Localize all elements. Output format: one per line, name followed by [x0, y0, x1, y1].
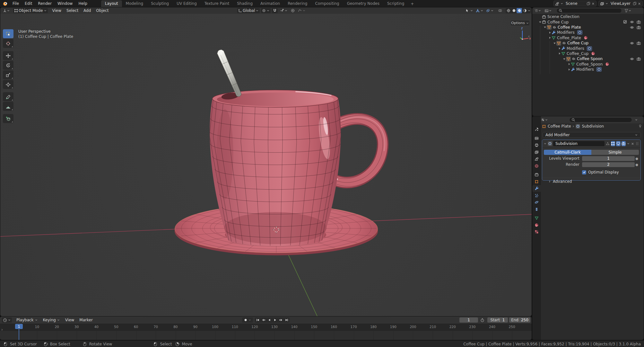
tool-select-box[interactable]: [3, 29, 13, 38]
playhead-marker[interactable]: 1: [15, 324, 23, 329]
breadcrumb-object[interactable]: Coffee Plate: [548, 124, 571, 129]
timeline-menu-playback[interactable]: Playback: [14, 318, 40, 322]
copy-icon[interactable]: [587, 2, 590, 5]
tool-move[interactable]: [3, 51, 13, 60]
properties-tab-scene[interactable]: [532, 156, 541, 162]
outliner-row[interactable]: Coffee Spoon: [532, 56, 644, 61]
properties-tab-object-data[interactable]: [532, 215, 541, 221]
chevron-down-icon[interactable]: [627, 142, 630, 145]
outliner-item-label[interactable]: Coffee Cup: [547, 20, 569, 24]
chevron-down-icon[interactable]: [527, 9, 531, 12]
falloff-dropdown[interactable]: [297, 8, 307, 13]
editor-type-outliner-icon[interactable]: [534, 9, 538, 13]
outliner-row[interactable]: Coffee Cup: [532, 40, 644, 46]
tab-scripting[interactable]: Scripting: [383, 0, 408, 7]
disclosure-down-icon[interactable]: [553, 41, 556, 45]
material-badge-icon[interactable]: [591, 51, 595, 56]
camera-visibility-icon[interactable]: [637, 25, 641, 30]
eye-icon[interactable]: [630, 41, 634, 45]
snap-with-dropdown[interactable]: [279, 8, 289, 13]
gizmos-toggle[interactable]: [475, 8, 484, 13]
close-icon[interactable]: [638, 2, 641, 5]
breadcrumb-modifier[interactable]: Subdivision: [582, 124, 604, 129]
properties-tab-view-layer[interactable]: [532, 149, 541, 156]
exclude-checkbox[interactable]: [623, 20, 627, 24]
modifier-badge-icon[interactable]: [587, 46, 592, 51]
xray-toggle[interactable]: [497, 8, 503, 13]
field-value[interactable]: 1: [582, 156, 635, 161]
viewlayer-selector[interactable]: ViewLayer: [598, 1, 643, 6]
oncage-toggle[interactable]: [611, 141, 615, 146]
viewport-menu-view[interactable]: View: [50, 8, 64, 13]
close-icon[interactable]: [631, 142, 634, 146]
properties-tab-tool[interactable]: [532, 126, 541, 133]
tab-geometry-nodes[interactable]: Geometry Nodes: [343, 0, 383, 7]
timeline-menu-keying[interactable]: Keying: [40, 318, 63, 322]
outliner-row[interactable]: Modifiers: [532, 46, 644, 51]
copy-icon[interactable]: [633, 2, 637, 5]
next-keyframe-button[interactable]: [278, 317, 284, 323]
camera-visibility-icon[interactable]: [637, 41, 641, 45]
advanced-section[interactable]: Advanced: [542, 178, 640, 185]
playhead-line[interactable]: [19, 329, 19, 340]
outliner-item-label[interactable]: Coffee Plate: [558, 25, 581, 30]
disclosure-right-icon[interactable]: [548, 36, 552, 40]
visibility-dropdown[interactable]: [465, 8, 474, 13]
viewport-menu-object[interactable]: Object: [93, 8, 111, 13]
disclosure-right-icon[interactable]: [567, 68, 571, 71]
editmode-display-toggle[interactable]: [605, 141, 610, 146]
optimal-display-checkbox[interactable]: [582, 170, 586, 174]
material-badge-icon[interactable]: [584, 36, 588, 40]
stopwatch-icon[interactable]: [480, 318, 484, 322]
outliner-row[interactable]: Coffee_Spoon: [532, 62, 644, 67]
material-badge-icon[interactable]: [605, 62, 609, 66]
properties-tab-particles[interactable]: [532, 192, 541, 199]
simple-button[interactable]: Simple: [591, 150, 639, 155]
outliner-row[interactable]: Modifiers: [532, 30, 644, 35]
add-modifier-button[interactable]: Add Modifier: [543, 132, 641, 138]
pivot-dropdown[interactable]: [261, 8, 271, 13]
disclosure-down-icon[interactable]: [538, 20, 542, 24]
outliner-row[interactable]: Coffee_Plate: [532, 35, 644, 40]
properties-tab-material[interactable]: [532, 222, 541, 228]
frame-start-field[interactable]: Start 1: [487, 317, 508, 323]
tab-modeling[interactable]: Modeling: [122, 0, 147, 7]
disclosure-right-icon[interactable]: [567, 62, 571, 66]
modifier-badge-icon[interactable]: [577, 30, 582, 35]
shading-solid-button[interactable]: [511, 8, 517, 13]
disclosure-right-icon[interactable]: [558, 52, 561, 55]
properties-tab-collection[interactable]: [532, 171, 541, 178]
timeline-ruler[interactable]: 1020304050607080901001101201301401501601…: [0, 324, 532, 331]
play-button[interactable]: [272, 317, 278, 323]
tab-animation[interactable]: Animation: [257, 0, 284, 7]
add-workspace-button[interactable]: +: [408, 1, 416, 7]
pin-icon[interactable]: [638, 124, 642, 128]
shading-rendered-button[interactable]: [522, 8, 527, 13]
properties-tab-modifiers[interactable]: [532, 185, 541, 192]
viewport-canvas[interactable]: z x Options ‹ User Perspective (1) Coffe…: [0, 13, 532, 316]
frame-end-field[interactable]: End 250: [509, 317, 530, 323]
jump-to-start-button[interactable]: [255, 317, 261, 323]
outliner-row[interactable]: Coffee_Cup: [532, 51, 644, 56]
properties-tab-output[interactable]: [532, 142, 541, 148]
outliner-search-input[interactable]: [556, 8, 622, 13]
timeline-menu-marker[interactable]: Marker: [77, 318, 95, 322]
menu-edit[interactable]: Edit: [22, 1, 35, 6]
orientation-dropdown[interactable]: Global: [237, 8, 260, 13]
viewport-menu-select[interactable]: Select: [64, 8, 81, 13]
menu-help[interactable]: Help: [75, 1, 90, 6]
realtime-toggle[interactable]: [616, 141, 621, 146]
tab-layout[interactable]: Layout: [101, 0, 122, 7]
properties-search-input[interactable]: [569, 117, 632, 122]
proportional-editing-toggle[interactable]: [290, 8, 296, 13]
timeline-tracks[interactable]: [0, 331, 532, 340]
editor-type-timeline-dropdown[interactable]: [2, 317, 12, 323]
current-frame-field[interactable]: 1: [459, 317, 478, 323]
outliner-item-label[interactable]: Coffee_Spoon: [576, 62, 603, 67]
outliner-item-label[interactable]: Coffee Cup: [567, 41, 588, 45]
properties-tab-constraints[interactable]: [532, 206, 541, 213]
shading-wireframe-button[interactable]: [506, 8, 511, 13]
disclosure-right-icon[interactable]: [558, 47, 561, 50]
region-expand-icon[interactable]: ›: [1, 327, 3, 332]
properties-tab-render[interactable]: [532, 135, 541, 142]
